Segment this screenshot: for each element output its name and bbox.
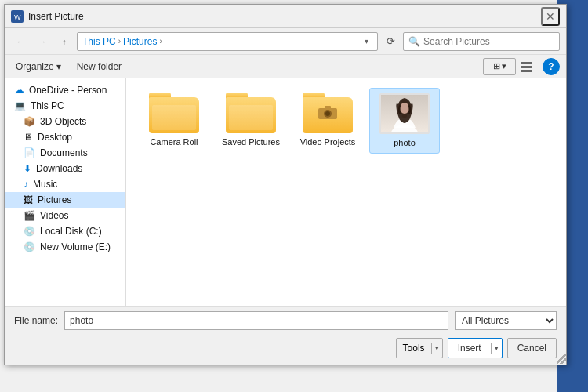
- pictures-icon: 🖼: [24, 194, 33, 205]
- breadcrumb: This PC › Pictures ›: [82, 36, 357, 47]
- file-label-video-projects: Video Projects: [300, 136, 356, 147]
- title-bar-left: W Insert Picture: [11, 10, 84, 23]
- sidebar-label-desktop: Desktop: [38, 132, 72, 143]
- breadcrumb-sep2: ›: [159, 37, 162, 45]
- sidebar-label-music: Music: [33, 179, 57, 190]
- organize-label: Organize: [16, 61, 54, 72]
- search-input[interactable]: [423, 36, 554, 47]
- sidebar-item-pictures[interactable]: 🖼 Pictures: [5, 192, 125, 208]
- this-pc-icon: 💻: [14, 100, 26, 111]
- file-label-photo: photo: [394, 137, 416, 148]
- sidebar-item-videos[interactable]: 🎬 Videos: [5, 208, 125, 223]
- title-bar: W Insert Picture ✕: [5, 5, 566, 28]
- sidebar-item-local-disk[interactable]: 💿 Local Disk (C:): [5, 223, 125, 239]
- sidebar-item-new-volume[interactable]: 💿 New Volume (E:): [5, 239, 125, 255]
- address-dropdown-button[interactable]: ▾: [360, 34, 372, 49]
- file-item-video-projects[interactable]: Video Projects: [292, 88, 363, 154]
- address-bar: This PC › Pictures › ▾: [77, 32, 378, 51]
- insert-button[interactable]: Insert ▾: [448, 338, 503, 358]
- resize-handle[interactable]: [557, 354, 566, 364]
- refresh-button[interactable]: ⟳: [381, 32, 400, 51]
- breadcrumb-sep1: ›: [118, 37, 121, 45]
- file-label-camera-roll: Camera Roll: [150, 136, 198, 147]
- view-icons: ⊞ ▾: [483, 57, 536, 76]
- close-button[interactable]: ✕: [541, 7, 560, 26]
- folder-thumb-video-projects: [303, 93, 353, 133]
- folder-thumb-camera-roll: [149, 93, 199, 133]
- filename-label: File name:: [14, 315, 58, 326]
- bottom-area: File name: All Pictures All Files Tools …: [5, 306, 566, 365]
- address-toolbar: ← → ↑ This PC › Pictures › ▾ ⟳ 🔍: [5, 28, 566, 55]
- music-icon: ♪: [24, 179, 28, 190]
- organize-button[interactable]: Organize ▾: [11, 60, 66, 74]
- insert-label: Insert: [448, 343, 492, 354]
- tools-label: Tools: [397, 343, 432, 354]
- svg-rect-3: [521, 66, 532, 68]
- svg-rect-2: [521, 62, 532, 64]
- sidebar-label-videos: Videos: [40, 210, 68, 221]
- breadcrumb-pictures[interactable]: Pictures: [123, 36, 157, 47]
- sidebar-item-music[interactable]: ♪ Music: [5, 176, 125, 192]
- sidebar-label-local-disk: Local Disk (C:): [40, 226, 102, 237]
- sidebar-label-new-volume: New Volume (E:): [40, 241, 111, 252]
- sidebar: ☁ OneDrive - Person 💻 This PC 📦 3D Objec…: [5, 78, 126, 306]
- sidebar-item-this-pc[interactable]: 💻 This PC: [5, 98, 125, 114]
- sidebar-label-onedrive: OneDrive - Person: [29, 85, 107, 96]
- sidebar-label-documents: Documents: [40, 147, 88, 158]
- file-item-saved-pictures[interactable]: Saved Pictures: [216, 88, 286, 154]
- help-button[interactable]: ?: [543, 58, 560, 75]
- videos-icon: 🎬: [24, 210, 35, 221]
- up-button[interactable]: ↑: [55, 32, 74, 51]
- dialog-icon: W: [11, 10, 24, 23]
- folder-thumb-saved-pictures: [226, 93, 276, 133]
- forward-button[interactable]: →: [33, 32, 52, 51]
- sidebar-label-pictures: Pictures: [38, 194, 71, 205]
- organize-toolbar: Organize ▾ New folder ⊞ ▾ ?: [5, 55, 566, 78]
- svg-point-7: [325, 111, 330, 116]
- sidebar-item-3d-objects[interactable]: 📦 3D Objects: [5, 114, 125, 129]
- view-arrow: ▾: [502, 61, 506, 71]
- new-folder-button[interactable]: New folder: [72, 60, 126, 74]
- action-row: Tools ▾ Insert ▾ Cancel: [5, 335, 566, 365]
- 3d-objects-icon: 📦: [24, 116, 35, 127]
- onedrive-icon: ☁: [14, 84, 24, 96]
- sidebar-label-3d-objects: 3D Objects: [40, 116, 86, 127]
- file-label-saved-pictures: Saved Pictures: [222, 136, 280, 147]
- search-box: 🔍: [403, 32, 560, 51]
- tools-button[interactable]: Tools ▾: [396, 338, 443, 358]
- back-button[interactable]: ←: [11, 32, 30, 51]
- downloads-icon: ⬇: [24, 163, 31, 174]
- sidebar-item-onedrive[interactable]: ☁ OneDrive - Person: [5, 82, 125, 98]
- sidebar-label-this-pc: This PC: [31, 100, 64, 111]
- filename-row: File name: All Pictures All Files: [5, 307, 566, 335]
- details-view-button[interactable]: [517, 57, 536, 76]
- sidebar-item-downloads[interactable]: ⬇ Downloads: [5, 161, 125, 176]
- dialog-title: Insert Picture: [28, 11, 84, 22]
- desktop-icon: 🖥: [24, 132, 33, 143]
- sidebar-label-downloads: Downloads: [36, 163, 82, 174]
- file-area: Camera Roll Saved Pictures: [126, 78, 566, 306]
- svg-rect-4: [521, 70, 532, 72]
- filename-input[interactable]: [64, 311, 448, 330]
- main-area: ☁ OneDrive - Person 💻 This PC 📦 3D Objec…: [5, 78, 566, 306]
- breadcrumb-pc[interactable]: This PC: [82, 36, 116, 47]
- view-icon: ⊞: [493, 61, 500, 71]
- sidebar-item-documents[interactable]: 📄 Documents: [5, 145, 125, 161]
- photo-thumb: [379, 93, 430, 134]
- documents-icon: 📄: [24, 147, 35, 158]
- organize-arrow-icon: ▾: [56, 61, 61, 72]
- new-volume-icon: 💿: [24, 241, 35, 252]
- camera-icon: [317, 103, 339, 121]
- photo-preview-svg: [381, 95, 428, 132]
- details-view-icon: [521, 61, 532, 72]
- file-item-camera-roll[interactable]: Camera Roll: [139, 88, 209, 154]
- search-icon: 🔍: [408, 36, 420, 47]
- tools-arrow-icon: ▾: [432, 344, 442, 352]
- filetype-select[interactable]: All Pictures All Files: [455, 311, 557, 330]
- cancel-button[interactable]: Cancel: [507, 338, 557, 358]
- local-disk-icon: 💿: [24, 226, 35, 237]
- file-item-photo[interactable]: photo: [369, 88, 440, 154]
- view-dropdown-button[interactable]: ⊞ ▾: [484, 58, 515, 75]
- insert-arrow-icon: ▾: [492, 344, 502, 352]
- sidebar-item-desktop[interactable]: 🖥 Desktop: [5, 129, 125, 145]
